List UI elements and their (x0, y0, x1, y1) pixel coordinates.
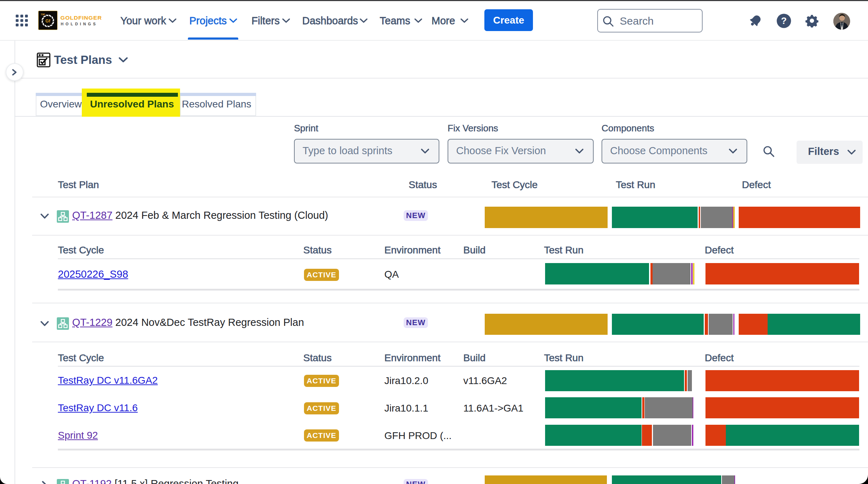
svg-text:Gf: Gf (45, 19, 50, 24)
svg-text:?: ? (781, 15, 787, 26)
svg-text:79F: 79F (41, 13, 45, 16)
